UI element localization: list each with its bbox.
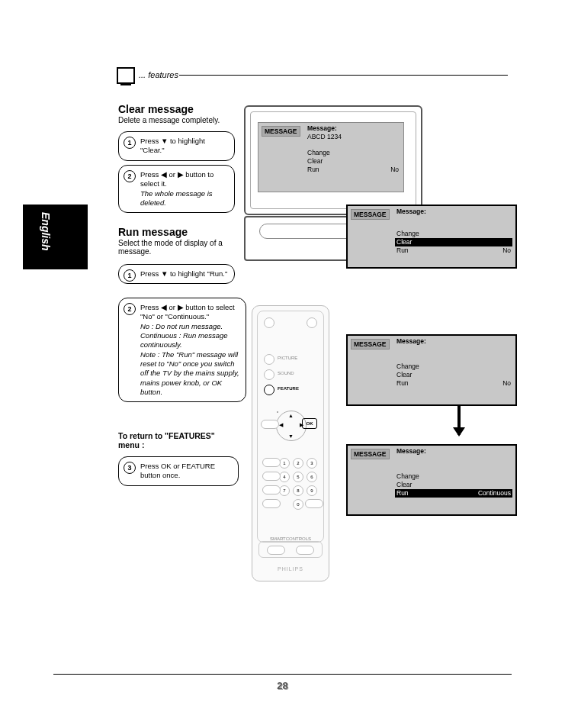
header-features: ... features <box>139 70 178 79</box>
sound-button-icon <box>264 369 274 380</box>
brand-label: PHILIPS <box>252 566 329 572</box>
step-note: The whole message is deleted. <box>140 189 213 207</box>
ok-button-icon: OK <box>302 418 317 429</box>
mute-button-icon <box>307 317 317 328</box>
osd-item: Clear <box>306 157 400 166</box>
side-button-icon <box>262 499 281 508</box>
osd-value: ABCD 1234 <box>306 133 400 141</box>
arrow-down-icon <box>457 404 461 435</box>
return-step-3: 3 Press OK or FEATURE button once. <box>118 456 239 486</box>
osd-item: Run No <box>395 246 512 255</box>
step-number-icon: 3 <box>124 462 136 474</box>
osd-item: Clear <box>395 481 512 489</box>
osd-item: Run No <box>395 379 512 388</box>
step-number-icon: 1 <box>124 137 136 149</box>
power-button-icon <box>264 317 274 328</box>
digit-9-icon: 9 <box>307 485 317 496</box>
feature-button-icon <box>264 385 274 395</box>
digit-0-icon: 0 <box>293 499 303 510</box>
osd-clear-selected: MESSAGE Message: Change Clear Run No <box>346 205 517 269</box>
side-button-icon <box>262 485 281 494</box>
osd-tag: MESSAGE <box>262 126 300 137</box>
osd-clear-initial: MESSAGE Message: ABCD 1234 Change Clear … <box>258 122 404 192</box>
osd-item: Change <box>395 362 512 371</box>
feature-label: FEATURE <box>278 386 299 391</box>
digit-5-icon: 5 <box>293 472 303 482</box>
remote-panel: PICTURE SOUND FEATURE ▲ ▼ ◀ ▶ OK 1 2 3 4… <box>257 311 324 543</box>
osd-heading: Message: <box>395 447 512 456</box>
smart-controls-panel: SMARTCONTROLS <box>258 541 323 558</box>
remote-control-illustration: PICTURE SOUND FEATURE ▲ ▼ ◀ ▶ OK 1 2 3 4… <box>252 305 329 581</box>
run-step-2: 2 Press ◀ or ▶ button to select "No" or … <box>118 298 246 402</box>
side-button-icon <box>262 458 281 467</box>
smart-button-icon <box>296 546 314 555</box>
osd-item: Change <box>395 472 512 481</box>
picture-label: PICTURE <box>278 356 297 360</box>
osd-run-no: MESSAGE Message: Change Clear Run No <box>346 334 517 406</box>
step-number-icon: 2 <box>124 303 136 315</box>
osd-tag: MESSAGE <box>351 209 390 220</box>
tv-glyph-icon <box>117 67 135 84</box>
osd-heading: Message: <box>395 337 512 346</box>
clear-step-1: 1 Press ▼ to highlight "Clear." <box>118 131 235 161</box>
smart-button-icon <box>267 546 285 555</box>
step-text: Press OK or FEATURE button once. <box>140 462 215 479</box>
step-text: Press ◀ or ▶ button to select "No" or "C… <box>140 303 235 321</box>
page-number: 28 <box>0 680 565 691</box>
side-button-icon <box>262 472 281 481</box>
run-message-title: Run message <box>118 226 188 238</box>
digit-2-icon: 2 <box>293 458 303 469</box>
digit-8-icon: 8 <box>293 485 303 496</box>
osd-item: Change <box>395 230 512 238</box>
header-rule <box>179 75 508 76</box>
step-note: Note : The "Run" message will reset to "… <box>140 350 239 396</box>
clear-message-title: Clear message <box>118 103 194 115</box>
osd-item: Change <box>306 149 400 157</box>
ack-button-icon <box>305 499 323 508</box>
sound-label: SOUND <box>278 371 294 375</box>
language-tab-label: English <box>40 212 52 251</box>
osd-heading: Message: <box>306 124 400 133</box>
osd-item-selected: Run Continuous <box>395 489 512 498</box>
step-text: Press ◀ or ▶ button to select it. <box>140 170 213 188</box>
step-text: Press ▼ to highlight "Clear." <box>140 137 205 154</box>
digit-3-icon: 3 <box>307 458 317 469</box>
manual-page: ... features English Clear message Delet… <box>0 0 565 728</box>
osd-tag: MESSAGE <box>351 449 390 459</box>
osd-tag: MESSAGE <box>351 339 390 350</box>
language-tab <box>23 205 88 269</box>
footer-rule <box>53 674 512 675</box>
step-note: No : Do not run message. <box>140 322 223 330</box>
osd-item-selected: Clear <box>395 238 512 246</box>
digit-1-icon: 1 <box>279 458 290 469</box>
osd-item: Run No <box>306 166 400 174</box>
run-message-subtitle: Select the mode of display of a message. <box>118 239 233 256</box>
picture-button-icon <box>264 354 274 365</box>
step-note: Continuous : Run message continuously. <box>140 331 228 349</box>
osd-heading: Message: <box>395 208 512 216</box>
step-number-icon: 1 <box>124 269 136 282</box>
digit-4-icon: 4 <box>279 472 290 482</box>
smart-label: SMARTCONTROLS <box>259 536 322 541</box>
run-step-1: 1 Press ▼ to highlight "Run." <box>118 264 235 284</box>
menu-button-icon <box>261 420 279 429</box>
return-features-title: To return to "FEATURES" menu : <box>118 431 229 449</box>
clear-message-subtitle: Delete a message completely. <box>118 116 220 124</box>
step-number-icon: 2 <box>124 170 136 182</box>
osd-item: Clear <box>395 371 512 379</box>
clear-step-2: 2 Press ◀ or ▶ button to select it. The … <box>118 165 235 213</box>
digit-7-icon: 7 <box>279 485 290 496</box>
osd-run-continuous: MESSAGE Message: Change Clear Run Contin… <box>346 444 517 516</box>
digit-6-icon: 6 <box>307 472 317 482</box>
step-text: Press ▼ to highlight "Run." <box>140 269 227 278</box>
